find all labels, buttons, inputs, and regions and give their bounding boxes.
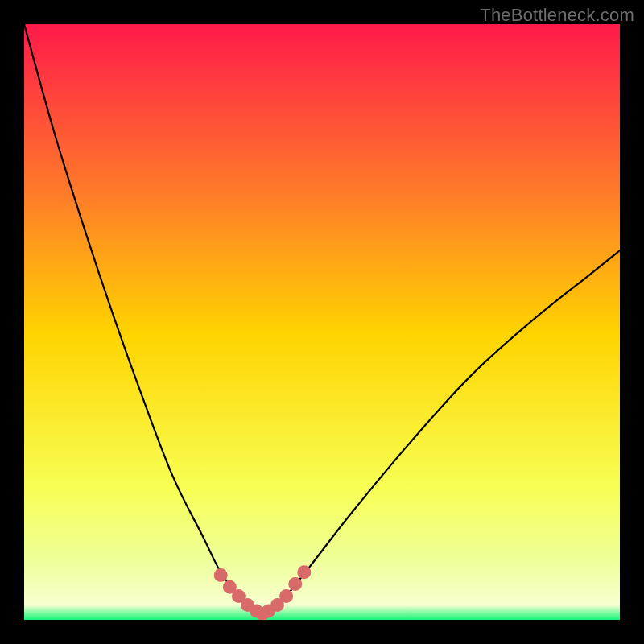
highlight-marker [288, 577, 302, 591]
highlight-marker [279, 589, 293, 603]
plot-area [24, 24, 620, 620]
attribution-text: TheBottleneck.com [480, 5, 634, 26]
highlight-marker [214, 568, 228, 582]
highlight-marker [297, 565, 311, 579]
chart-svg [24, 24, 620, 620]
chart-frame: TheBottleneck.com [0, 0, 644, 644]
